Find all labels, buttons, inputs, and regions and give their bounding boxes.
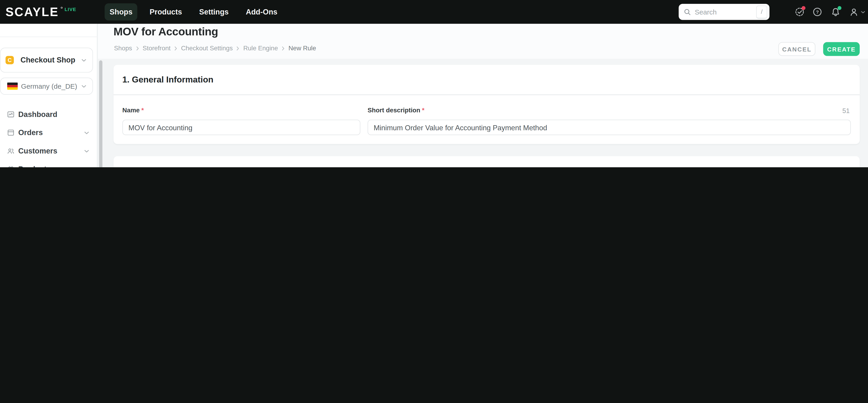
account-menu-button[interactable]: [849, 7, 866, 17]
sidebar-item-customers[interactable]: Customers: [0, 142, 97, 160]
chevron-down-icon: [81, 85, 86, 88]
germany-flag-icon: [7, 83, 18, 90]
conditions-card: 2. Conditions: [114, 156, 860, 167]
name-label: Name*: [122, 107, 144, 114]
locale-name: Germany (de_DE): [21, 82, 78, 90]
logo-badge: ° LIVE: [60, 5, 76, 12]
status-tasks-button[interactable]: [795, 7, 804, 17]
page-title: MOV for Accounting: [114, 26, 218, 38]
breadcrumb: Shops Storefront Checkout Settings Rule …: [114, 45, 316, 52]
breadcrumb-storefront[interactable]: Storefront: [143, 45, 170, 52]
user-icon: [849, 7, 859, 17]
chevron-right-icon: [175, 46, 177, 51]
chevron-right-icon: [237, 46, 239, 51]
logo-live-label: LIVE: [64, 6, 76, 12]
cancel-button[interactable]: CANCEL: [778, 42, 815, 56]
chevron-down-icon: [861, 10, 865, 13]
sidebar-item-products[interactable]: Products: [0, 160, 97, 167]
search-shortcut-key: /: [756, 5, 767, 19]
svg-text:?: ?: [816, 9, 819, 15]
sidebar-scrollbar[interactable]: [99, 60, 102, 167]
breadcrumb-checkout-settings[interactable]: Checkout Settings: [181, 45, 233, 52]
shop-icon: C: [5, 56, 14, 64]
chevron-right-icon: [136, 46, 139, 51]
notifications-badge: [837, 6, 841, 10]
breadcrumb-new-rule: New Rule: [288, 45, 316, 52]
shop-selector[interactable]: C Checkout Shop: [0, 48, 93, 73]
create-button[interactable]: CREATE: [823, 42, 860, 56]
sidebar-item-orders[interactable]: Orders: [0, 124, 97, 142]
required-asterisk: *: [422, 107, 424, 114]
character-counter: 51: [842, 107, 849, 115]
nav-shops[interactable]: Shops: [105, 3, 137, 21]
short-description-field[interactable]: [368, 120, 851, 135]
chevron-down-icon: [81, 58, 86, 62]
tshirt-icon: [7, 165, 15, 167]
short-description-label: Short description*: [368, 107, 425, 114]
dashboard-icon: [7, 110, 15, 119]
section-title-general: 1. General Information: [114, 65, 860, 95]
sidebar-item-dashboard[interactable]: Dashboard: [0, 105, 97, 124]
nav-addons[interactable]: Add-Ons: [241, 3, 282, 21]
general-information-card: 1. General Information Name* Short descr…: [114, 65, 860, 144]
shop-name: Checkout Shop: [21, 56, 75, 64]
chevron-right-icon: [282, 46, 284, 51]
status-badge: [802, 6, 806, 10]
name-field[interactable]: [122, 120, 361, 135]
scayle-logo: SCAYLE ° LIVE: [5, 0, 76, 24]
nav-products[interactable]: Products: [145, 3, 187, 21]
required-asterisk: *: [142, 107, 144, 114]
nav-settings[interactable]: Settings: [194, 3, 234, 21]
logo-degree-icon: °: [60, 5, 63, 12]
notifications-bell-button[interactable]: [831, 7, 840, 17]
breadcrumb-shops[interactable]: Shops: [114, 45, 132, 52]
app: SCAYLE ° LIVE Shops Products Settings Ad…: [0, 0, 868, 167]
breadcrumb-rule-engine[interactable]: Rule Engine: [243, 45, 278, 52]
global-search[interactable]: /: [679, 4, 770, 20]
top-navigation: Shops Products Settings Add-Ons: [105, 0, 282, 24]
customers-icon: [7, 147, 15, 155]
search-input[interactable]: [691, 8, 756, 16]
chevron-down-icon: [84, 149, 89, 152]
search-icon: [684, 8, 691, 16]
help-button[interactable]: ?: [813, 7, 822, 17]
sidebar-divider: [0, 36, 97, 37]
section-title-conditions: 2. Conditions: [114, 156, 860, 167]
chevron-down-icon: [84, 131, 89, 134]
locale-selector[interactable]: Germany (de_DE): [0, 78, 93, 95]
sidebar: C Checkout Shop Germany (de_DE) Dashboar…: [0, 24, 97, 167]
topbar: SCAYLE ° LIVE Shops Products Settings Ad…: [0, 0, 868, 24]
logo-text: SCAYLE: [5, 5, 59, 19]
orders-icon: [7, 128, 15, 137]
